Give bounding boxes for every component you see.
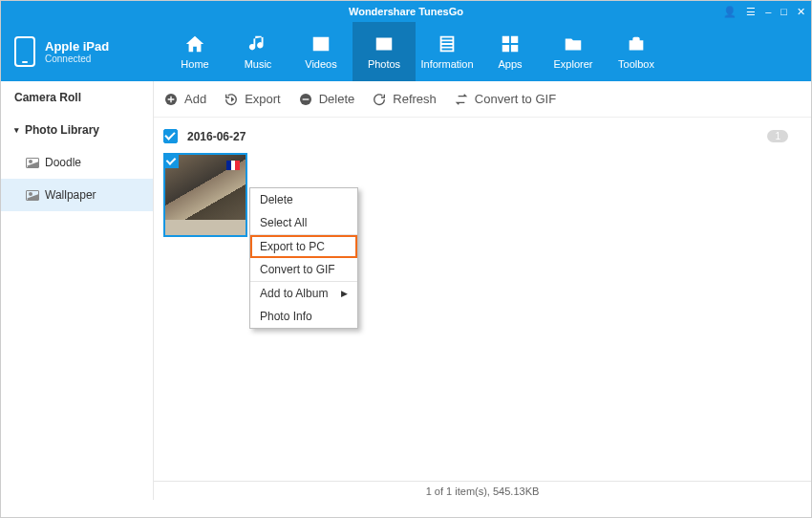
tab-music-label: Music bbox=[245, 58, 272, 70]
minus-circle-icon bbox=[298, 92, 313, 107]
refresh-icon bbox=[372, 92, 387, 107]
export-icon bbox=[224, 92, 239, 107]
context-add-album-label: Add to Album bbox=[260, 287, 328, 300]
explorer-icon bbox=[562, 33, 585, 54]
photos-icon bbox=[373, 33, 395, 54]
tab-toolbox-label: Toolbox bbox=[618, 58, 654, 70]
tab-information[interactable]: Information bbox=[416, 22, 479, 81]
group-count-badge: 1 bbox=[767, 130, 788, 142]
plus-circle-icon bbox=[163, 92, 179, 107]
main-area: Camera Roll ▾ Photo Library Doodle Wallp… bbox=[1, 81, 811, 500]
close-button[interactable]: ✕ bbox=[797, 6, 805, 18]
context-export-to-pc[interactable]: Export to PC bbox=[250, 235, 357, 258]
chevron-right-icon: ▶ bbox=[341, 289, 348, 298]
music-icon bbox=[246, 33, 269, 54]
tab-videos-label: Videos bbox=[305, 58, 336, 70]
group-checkbox[interactable] bbox=[163, 129, 178, 143]
add-button[interactable]: Add bbox=[163, 92, 206, 107]
sidebar-camera-roll[interactable]: Camera Roll bbox=[1, 81, 153, 114]
add-label: Add bbox=[184, 92, 206, 106]
device-name: Apple iPad bbox=[45, 39, 109, 54]
window-controls: 👤 ☰ – □ ✕ bbox=[723, 6, 805, 18]
tab-home[interactable]: Home bbox=[163, 22, 226, 81]
tab-toolbox[interactable]: Toolbox bbox=[605, 22, 668, 81]
convert-icon bbox=[454, 92, 469, 107]
context-delete[interactable]: Delete bbox=[250, 188, 357, 211]
convert-gif-button[interactable]: Convert to GIF bbox=[454, 92, 556, 107]
sidebar-wallpaper-label: Wallpaper bbox=[45, 188, 96, 202]
minimize-button[interactable]: – bbox=[765, 6, 771, 17]
context-convert-gif-label: Convert to GIF bbox=[260, 263, 335, 276]
device-text: Apple iPad Connected bbox=[45, 39, 109, 64]
refresh-button[interactable]: Refresh bbox=[372, 92, 437, 107]
status-text: 1 of 1 item(s), 545.13KB bbox=[426, 486, 540, 497]
tab-information-label: Information bbox=[420, 58, 473, 70]
toolbox-icon bbox=[625, 33, 648, 54]
status-bar: 1 of 1 item(s), 545.13KB bbox=[154, 481, 811, 500]
tab-apps-label: Apps bbox=[498, 58, 522, 70]
context-select-all-label: Select All bbox=[260, 216, 307, 229]
tab-music[interactable]: Music bbox=[226, 22, 289, 81]
context-photo-info[interactable]: Photo Info bbox=[250, 305, 357, 328]
delete-label: Delete bbox=[319, 92, 355, 106]
menu-icon[interactable]: ☰ bbox=[746, 6, 756, 18]
sidebar-doodle-label: Doodle bbox=[45, 156, 81, 169]
sidebar-photo-library-label: Photo Library bbox=[25, 123, 99, 137]
tab-explorer-label: Explorer bbox=[554, 58, 593, 70]
tab-videos[interactable]: Videos bbox=[289, 22, 353, 81]
sidebar-photo-library[interactable]: ▾ Photo Library bbox=[1, 114, 153, 146]
caret-down-icon: ▾ bbox=[14, 125, 19, 135]
user-icon[interactable]: 👤 bbox=[723, 6, 737, 18]
convert-gif-label: Convert to GIF bbox=[475, 92, 556, 106]
home-icon bbox=[183, 33, 206, 54]
sidebar-wallpaper[interactable]: Wallpaper bbox=[1, 179, 153, 211]
context-photo-info-label: Photo Info bbox=[260, 310, 312, 323]
toolbar: Add Export Delete Refresh Convert to GIF bbox=[154, 81, 811, 118]
sidebar: Camera Roll ▾ Photo Library Doodle Wallp… bbox=[1, 81, 154, 500]
picture-icon bbox=[26, 158, 39, 168]
group-date-label: 2016-06-27 bbox=[187, 130, 246, 143]
tab-photos-label: Photos bbox=[368, 58, 400, 70]
content-area: Add Export Delete Refresh Convert to GIF… bbox=[154, 81, 811, 500]
main-tabs: Home Music Videos Photos Information App… bbox=[154, 22, 811, 81]
delete-button[interactable]: Delete bbox=[298, 92, 355, 107]
context-add-to-album[interactable]: Add to Album▶ bbox=[250, 282, 357, 305]
thumbnail-caption-deco bbox=[165, 220, 246, 235]
videos-icon bbox=[310, 33, 332, 54]
context-export-pc-label: Export to PC bbox=[260, 240, 325, 253]
header: Apple iPad Connected Home Music Videos P… bbox=[1, 22, 811, 81]
app-title: Wondershare TunesGo bbox=[349, 6, 463, 17]
sidebar-doodle[interactable]: Doodle bbox=[1, 146, 153, 179]
context-delete-label: Delete bbox=[260, 193, 293, 206]
photo-thumbnail[interactable] bbox=[163, 153, 247, 237]
apps-icon bbox=[499, 33, 522, 54]
picture-icon bbox=[26, 190, 39, 201]
information-icon bbox=[436, 33, 459, 54]
context-select-all[interactable]: Select All bbox=[250, 211, 357, 235]
sidebar-camera-roll-label: Camera Roll bbox=[14, 91, 81, 104]
tab-photos[interactable]: Photos bbox=[353, 22, 416, 81]
tab-home-label: Home bbox=[181, 58, 208, 70]
device-icon bbox=[14, 36, 35, 67]
device-status: Connected bbox=[45, 54, 109, 64]
context-menu: Delete Select All Export to PC Convert t… bbox=[249, 187, 358, 329]
export-button[interactable]: Export bbox=[224, 92, 281, 107]
date-group-header: 2016-06-27 1 bbox=[154, 118, 811, 149]
thumbnail-selected-check[interactable] bbox=[165, 155, 179, 168]
context-convert-gif[interactable]: Convert to GIF bbox=[250, 258, 357, 282]
thumbnail-flag-deco bbox=[226, 161, 240, 170]
maximize-button[interactable]: □ bbox=[780, 6, 787, 17]
tab-explorer[interactable]: Explorer bbox=[542, 22, 605, 81]
device-panel[interactable]: Apple iPad Connected bbox=[1, 22, 154, 81]
export-label: Export bbox=[245, 92, 281, 106]
thumbnails-area: Delete Select All Export to PC Convert t… bbox=[154, 149, 811, 241]
refresh-label: Refresh bbox=[393, 92, 437, 106]
tab-apps[interactable]: Apps bbox=[479, 22, 542, 81]
title-bar: Wondershare TunesGo 👤 ☰ – □ ✕ bbox=[1, 1, 811, 22]
